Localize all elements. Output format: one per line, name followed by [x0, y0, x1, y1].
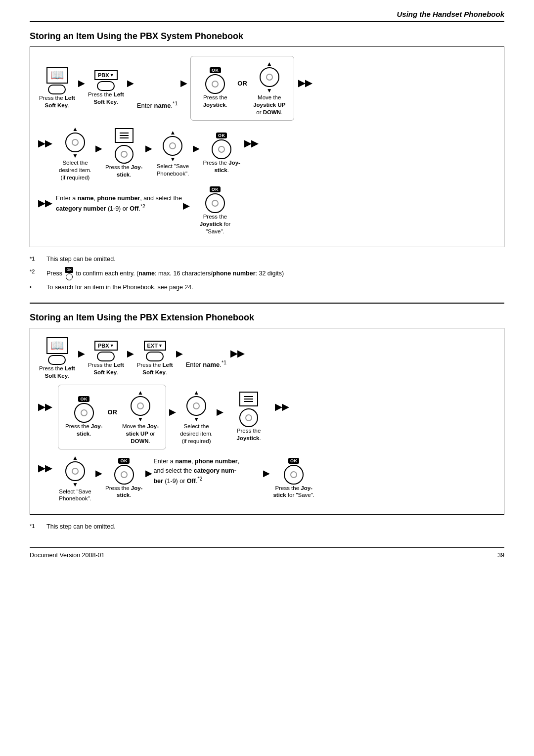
s2-updown-joystick-step: ▲ ▼ Move the Joy-stick UP orDOWN.	[122, 389, 159, 445]
arrow-3: ▶	[180, 78, 187, 98]
s2-press-joy-caption: Press the Joy-stick.	[105, 485, 142, 499]
s2-arrow-1: ▶	[78, 348, 85, 369]
s2-joystick-circle-2	[239, 408, 258, 427]
s2-press-menu-step: Press the Joystick.	[226, 392, 271, 442]
soft-key-btn-2	[97, 81, 115, 91]
menu-icon-box	[115, 128, 134, 143]
enter-name-label: Enter name.*1	[137, 100, 178, 120]
nav-joystick-1: ▲ ▼	[260, 60, 279, 94]
press-joy-caption-2: Press the Joy-stick.	[203, 159, 240, 174]
s2-ok-joystick-step: OK Press the Joy-stick.	[65, 396, 102, 438]
s2-step2-caption: Press the LeftSoft Key.	[88, 361, 124, 376]
joystick-nav-circle-1	[260, 67, 279, 87]
section2-row3: ▶▶ ▲ ▼ Select "SavePhonebook". ▶ OK	[37, 454, 497, 503]
s2-arrow-5: ▶	[169, 406, 176, 427]
section1-title: Storing an Item Using the PBX System Pho…	[30, 31, 504, 42]
s2-arrow-2: ▶	[127, 348, 134, 369]
joystick-nav-circle-2	[65, 133, 85, 152]
document-version: Document Version 2008-01	[30, 552, 104, 559]
s2-menu-icon-box	[239, 392, 258, 406]
section-divider	[30, 303, 504, 304]
s2-press-joystick-caption: Press the Joystick.	[226, 427, 271, 442]
enter-details-text: Enter a name, phone number, and select t…	[56, 194, 182, 228]
step1-caption: Press the LeftSoft Key.	[39, 94, 75, 109]
s2-select-item-caption: Select thedesired item.(if required)	[180, 423, 213, 445]
arrow-double-2: ▶▶	[38, 138, 52, 169]
joystick-choice-group: OK Press theJoystick. OR ▲	[190, 56, 294, 121]
s2-arrow-double-3: ▶▶	[275, 401, 289, 432]
s2-step1-caption: Press the LeftSoft Key.	[39, 365, 75, 380]
s2-step-pbx: PBX▼ Press the LeftSoft Key.	[88, 341, 124, 376]
s2-ok-badge-2: OK	[118, 458, 130, 464]
or-label-1: OR	[237, 80, 247, 97]
select-save-caption: Select "SavePhonebook".	[157, 163, 189, 178]
section2-row1: 📖 Press the LeftSoft Key. ▶ PBX▼ Press t…	[37, 337, 497, 380]
joystick-circle-2	[115, 145, 134, 164]
page-footer: Document Version 2008-01 39	[30, 547, 504, 559]
arrow-double-3: ▶▶	[244, 138, 258, 169]
s2-arrow-7: ▶	[95, 468, 102, 489]
s2-soft-key-3	[146, 352, 164, 361]
s2-arrow-double-4: ▶▶	[38, 463, 52, 493]
s2-press-ok-step: OK Press the Joy-stick.	[105, 458, 142, 499]
s2-select-item-step: ▲ ▼ Select thedesired item.(if required)	[179, 389, 214, 445]
s2-menu-icon	[242, 394, 255, 404]
joystick-nav-circle-3	[163, 136, 182, 156]
section2: Storing an Item Using the PBX Extension …	[30, 312, 504, 533]
s2-step-ext: EXT▼ Press the LeftSoft Key.	[137, 341, 173, 376]
select-item-step: ▲ ▼ Select thedesired item.(if required)	[58, 126, 92, 181]
header-title: Using the Handset Phonebook	[397, 10, 504, 18]
ok-badge-2: OK	[216, 133, 227, 138]
section1-row1: 📖 Press the LeftSoft Key. ▶ PBX▼ Press t…	[37, 56, 497, 121]
section2-footnotes: *1 This step can be omitted.	[30, 522, 504, 532]
arrow-double-1: ▶▶	[298, 78, 312, 98]
step-book-btn-1: 📖 Press the LeftSoft Key.	[39, 67, 75, 109]
ok-badge-3: OK	[210, 186, 221, 192]
menu-icon	[118, 131, 131, 140]
s2-fn1: *1 This step can be omitted.	[30, 522, 504, 532]
section1: Storing an Item Using the PBX System Pho…	[30, 31, 504, 293]
fn2-text: Press OK to confirm each entry. (name: m…	[46, 267, 284, 280]
s2-arrow-double-2: ▶▶	[38, 401, 52, 432]
s2-select-save-caption: Select "SavePhonebook".	[59, 488, 91, 503]
section1-diagram: 📖 Press the LeftSoft Key. ▶ PBX▼ Press t…	[30, 46, 504, 247]
arrow-1: ▶	[78, 78, 85, 98]
section2-title: Storing an Item Using the PBX Extension …	[30, 312, 504, 323]
arrow-4: ▶	[95, 143, 102, 164]
press-joy-ok-step: OK Press the Joy-stick.	[203, 133, 240, 174]
press-menu-step: Press the Joy-stick.	[105, 128, 142, 178]
s2-joystick-choice-group: OK Press the Joy-stick. OR ▲ ▼	[58, 385, 166, 449]
updown-joystick-step: ▲ ▼ Move theJoystick UPor DOWN.	[252, 60, 287, 116]
fn1-text: This step can be omitted.	[46, 254, 116, 265]
section1-footnotes: *1 This step can be omitted. *2 Press OK…	[30, 254, 504, 292]
s2-ok-badge-3: OK	[288, 458, 300, 464]
s2-joystick-circle-4	[284, 465, 304, 485]
s2-nav-joystick-3: ▲ ▼	[65, 454, 85, 488]
arrow-6: ▶	[193, 143, 200, 164]
s2-enter-details-text: Enter a name, phone number, and select t…	[153, 457, 262, 500]
s2-or-label: OR	[107, 408, 117, 426]
section1-row2: ▶▶ ▲ ▼ Select thedesired item.(if requir…	[37, 126, 497, 181]
s2-nav-joystick-1: ▲ ▼	[131, 389, 150, 423]
s2-soft-key-1	[48, 355, 66, 365]
nav-joystick-3: ▲ ▼	[163, 129, 182, 163]
s2-arrow-3: ▶	[176, 348, 183, 369]
s2-select-save-step: ▲ ▼ Select "SavePhonebook".	[58, 454, 92, 503]
s2-enter-name-label: Enter name.*1	[186, 359, 227, 379]
s2-step3-caption: Press the LeftSoft Key.	[137, 361, 173, 376]
s2-nav-joystick-2: ▲ ▼	[186, 389, 206, 423]
bullet-item: • To search for an item in the Phonebook…	[30, 282, 504, 293]
fn2-mark: *2	[30, 267, 44, 276]
book-icon-2: 📖	[46, 337, 68, 354]
ok-badge-1: OK	[210, 67, 221, 73]
joystick-circle-4	[205, 193, 225, 213]
bullet-text: To search for an item in the Phonebook, …	[46, 282, 193, 293]
arrow-2: ▶	[127, 78, 134, 98]
arrow-5: ▶	[145, 143, 152, 164]
ext-label: EXT▼	[144, 341, 166, 351]
s2-joystick-nav-circle-2	[186, 396, 206, 416]
arrow-double-4: ▶▶	[38, 198, 52, 223]
s2-step-book: 📖 Press the LeftSoft Key.	[39, 337, 75, 380]
step-pbx-btn-1: PBX▼ Press the LeftSoft Key.	[88, 70, 124, 106]
fn2: *2 Press OK to confirm each entry. (name…	[30, 267, 504, 280]
